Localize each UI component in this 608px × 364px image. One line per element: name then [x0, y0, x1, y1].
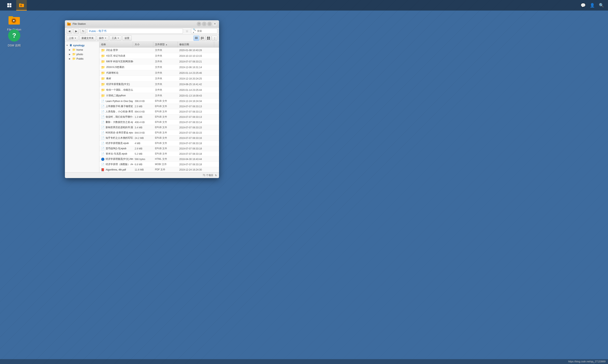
table-row[interactable]: 📁教材 文件夹 2019-12-18 20:24:25 [99, 76, 219, 81]
list-detail-button[interactable] [200, 36, 205, 41]
root-icon: 🖥 [69, 44, 72, 47]
table-row[interactable]: 📄人类危险，小心轻放-果壳.epub 894.6 KB EPUB 文件 2019… [99, 109, 219, 114]
table-row[interactable]: 📁经济学原理曼昆(中文) 文件夹 2019-08-25 16:41:42 [99, 81, 219, 87]
file-type: 文件夹 [153, 93, 178, 98]
file-size: 894.6 KB [133, 109, 153, 114]
table-row[interactable]: 📄货币战争[1-5].epub 2.9 MB EPUB 文件 2019-07-0… [99, 146, 219, 151]
new-folder-button[interactable]: 新建文件夹 [79, 36, 96, 41]
titlebar-controls: ? − □ ✕ [197, 22, 217, 26]
help-button[interactable]: ? [197, 22, 201, 26]
upload-button[interactable]: 上传 ▼ [66, 36, 78, 41]
file-name: 🔵经济学原理曼昆(中文).html [99, 156, 133, 162]
path-sub[interactable]: 电子书 [99, 29, 106, 33]
close-button[interactable]: ✕ [213, 22, 217, 26]
sidebar-item-public[interactable]: ▶ 📁 Public [65, 56, 99, 61]
svg-rect-19 [195, 37, 198, 37]
status-bar: 71 个项目 ↻ [65, 172, 219, 178]
chat-icon[interactable]: 💬 [581, 3, 586, 8]
table-row[interactable]: 📄知乎专栏之土木僧的写写画画.epub 24.2 MB EPUB 文件 2019… [99, 135, 219, 141]
file-station-window: File Station ? − □ ✕ ◀ ▶ ↻ Public › 电子书 … [65, 20, 219, 178]
sidebar-root[interactable]: ▼ 🖥 synology [65, 43, 99, 47]
file-date: 2019-07-07 08:33:18 [178, 162, 214, 167]
settings-button[interactable]: 设置 [122, 36, 132, 41]
col-size[interactable]: 大小 [133, 42, 153, 47]
forward-button[interactable]: ▶ [73, 28, 79, 34]
file-actions [214, 148, 219, 149]
table-row[interactable]: 📄上帝掷骰子吗 量子物理史话-曹天... 2.5 MB EPUB 文件 2019… [99, 104, 219, 109]
table-row[interactable]: 📄创业时，我们在知乎聊什么？.epub 1.3 MB EPUB 文件 2019-… [99, 114, 219, 120]
file-actions [214, 50, 219, 51]
file-size: 1.3 MB [133, 115, 153, 119]
svg-rect-29 [209, 38, 210, 39]
search-icon[interactable]: 🔍 [599, 3, 604, 8]
refresh-status-icon[interactable]: ↻ [215, 174, 217, 177]
table-row[interactable]: 📄影响世界历史进程的书 国富论-亚... 3.4 MB EPUB 文件 2019… [99, 125, 219, 130]
table-row[interactable]: 📕Algorithms, 4th.pdf 11.6 MB PDF 文件 2019… [99, 167, 219, 172]
col-date[interactable]: 修改日期 [178, 42, 214, 47]
col-type[interactable]: 文件类型 ▲ [153, 42, 178, 47]
file-size [133, 72, 153, 74]
file-actions [214, 89, 219, 91]
table-row[interactable]: 📁给你一个团队，你能怎么管? 文件夹 2020-01-14 23:25:44 [99, 87, 219, 93]
file-name: 📁教材 [99, 76, 133, 81]
home-arrow: ▶ [69, 49, 71, 51]
svg-rect-2 [7, 5, 9, 7]
file-date: 2019-10-10 10:13:15 [178, 54, 214, 58]
sidebar-item-home[interactable]: ▶ 📁 home [65, 47, 99, 52]
table-row[interactable]: 📁2018.9.23想看的 文件夹 2019-12-06 16:31:14 [99, 65, 219, 70]
file-name: 📕Algorithms, 4th.pdf [99, 167, 133, 172]
col-name[interactable]: 名称 [99, 42, 133, 47]
file-type: 文件夹 [153, 59, 178, 64]
file-actions [214, 111, 219, 113]
operations-button[interactable]: 操作 ▼ [97, 36, 109, 41]
table-row[interactable]: 📄Learn Python in One Day and ... 396.8 K… [99, 99, 219, 104]
more-options-button[interactable]: ⋮ [212, 36, 217, 41]
table-row[interactable]: 📁6科学 科技与互联网浪潮epub 文件夹 2019-07-07 08:33:2… [99, 59, 219, 65]
file-actions [214, 84, 219, 85]
maximize-button[interactable]: □ [207, 22, 212, 26]
file-actions [214, 143, 219, 144]
dsm-desktop-icon[interactable]: ? DSM 说明 [4, 28, 24, 47]
file-type: EPUB 文件 [153, 135, 178, 141]
minimize-button[interactable]: − [202, 22, 207, 26]
table-row[interactable]: 📄时间简史-史蒂芬霍金.epub 844.9 KB EPUB 文件 2019-0… [99, 130, 219, 135]
file-station-icon [7, 13, 21, 27]
file-size: 6.8 MB [133, 162, 153, 167]
table-row[interactable]: 🔵经济学原理曼昆(中文).html 566 bytes HTML 文件 2018… [99, 156, 219, 162]
list-view-button[interactable] [194, 36, 199, 41]
file-actions [214, 132, 219, 134]
refresh-button[interactable]: ↻ [80, 28, 86, 34]
file-name: 📄影响世界历史进程的书 国富论-亚... [99, 125, 133, 130]
folder-icon: 📁 [101, 88, 105, 92]
svg-point-13 [13, 20, 15, 22]
table-row[interactable]: 📄经济学原理曼昆.epub 4 MB EPUB 文件 2019-07-07 08… [99, 141, 219, 146]
file-date: 2019-07-07 08:33:13 [178, 104, 214, 109]
file-actions [214, 169, 219, 170]
file-size: 566 bytes [133, 157, 153, 161]
user-icon[interactable]: 👤 [590, 3, 595, 8]
table-row[interactable]: 📁2社会 哲学 文件夹 2020-01-08 10:43:28 [99, 47, 219, 53]
sidebar-item-photo[interactable]: ▶ 📁 photo [65, 52, 99, 56]
apps-button[interactable] [4, 0, 15, 11]
file-station-taskbar-icon[interactable] [16, 0, 27, 11]
search-input[interactable] [197, 30, 216, 32]
table-row[interactable]: 📄资本论-马克思.epub 5.2 MB EPUB 文件 2019-07-07 … [99, 151, 219, 156]
table-row[interactable]: 📁计算机二级python 文件夹 2020-01-13 16:09:43 [99, 93, 219, 99]
pdf-icon: 📕 [101, 168, 104, 171]
file-date: 2019-07-07 08:33:21 [178, 59, 214, 64]
back-button[interactable]: ◀ [66, 28, 72, 34]
file-name: 📁经济学原理曼昆(中文) [99, 81, 133, 87]
path-root[interactable]: Public [89, 30, 96, 33]
bookmark-button[interactable]: ☆ [184, 28, 190, 34]
table-row[interactable]: 📁代谢增长论 文件夹 2020-01-14 23:25:46 [99, 70, 219, 76]
folder-icon: 📁 [101, 77, 105, 80]
grid-view-button[interactable] [206, 36, 211, 41]
svg-point-18 [69, 24, 69, 24]
table-row[interactable]: 📄经济学原理（插图版）.mobi 6.8 MB MOBI 文件 2019-07-… [99, 162, 219, 167]
file-actions [214, 55, 219, 57]
table-row[interactable]: 📄删除：大数据挖含之道.epub 408.4 KB EPUB 文件 2019-0… [99, 120, 219, 125]
tools-button[interactable]: 工具 ▼ [110, 36, 121, 41]
table-row[interactable]: 📁4文艺 传记与自述 文件夹 2019-10-10 10:13:15 [99, 53, 219, 59]
file-name: 📄删除：大数据挖含之道.epub [99, 120, 133, 125]
photo-arrow: ▶ [69, 53, 71, 55]
